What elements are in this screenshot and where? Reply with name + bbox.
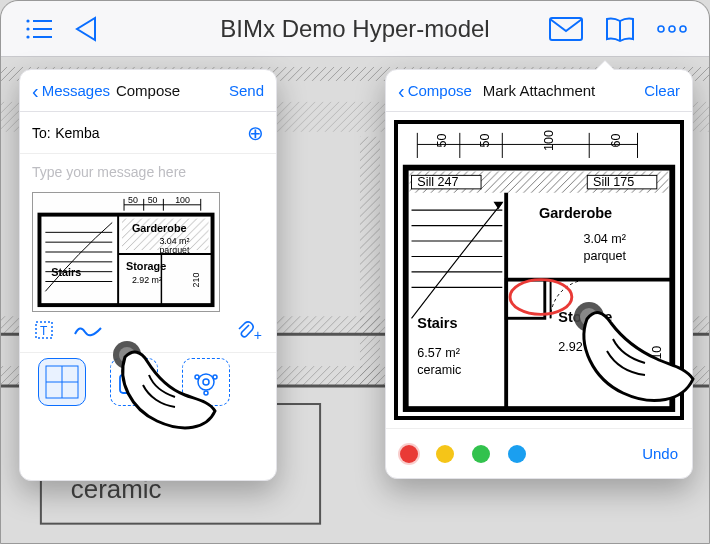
compose-back-label: Messages <box>42 82 110 99</box>
svg-rect-54 <box>129 371 139 376</box>
svg-text:210: 210 <box>191 273 201 288</box>
compose-toolbar: T + <box>20 312 276 352</box>
to-field: To: Kemba <box>32 124 100 142</box>
svg-text:Storage: Storage <box>126 260 166 272</box>
svg-text:50: 50 <box>478 134 492 148</box>
compose-header: ‹ Messages Compose Send <box>20 70 276 112</box>
markup-footer: Undo <box>386 428 692 478</box>
markup-back-label: Compose <box>408 82 472 99</box>
markup-canvas[interactable]: 50 50 100 60 Sill 247 Sill 175 <box>394 120 684 420</box>
topbar: BIMx Demo Hyper-model <box>1 1 709 57</box>
scribble-tool-icon[interactable] <box>74 322 102 342</box>
svg-text:parquet: parquet <box>583 249 626 263</box>
svg-point-98 <box>510 280 572 315</box>
svg-point-57 <box>195 375 199 379</box>
svg-point-58 <box>213 375 217 379</box>
svg-text:Garderobe: Garderobe <box>539 205 612 221</box>
color-green[interactable] <box>472 445 490 463</box>
undo-button[interactable]: Undo <box>642 445 678 462</box>
svg-point-59 <box>204 391 208 395</box>
svg-rect-52 <box>120 375 148 393</box>
markup-popover: ‹ Compose Mark Attachment Clear 50 50 10… <box>385 69 693 479</box>
svg-text:100: 100 <box>175 195 190 205</box>
attachment-row <box>20 352 276 418</box>
attach-icon[interactable]: + <box>236 320 262 344</box>
svg-text:Sill 247: Sill 247 <box>417 175 458 189</box>
chevron-left-icon: ‹ <box>32 81 39 101</box>
attachment-tile-plan[interactable] <box>38 358 86 406</box>
svg-text:parquet: parquet <box>159 245 190 255</box>
svg-text:Storage: Storage <box>558 309 612 325</box>
svg-text:2.92 m²: 2.92 m² <box>558 340 601 354</box>
svg-point-55 <box>203 379 209 385</box>
svg-text:6.57 m²: 6.57 m² <box>417 346 460 360</box>
markup-back-button[interactable]: ‹ Compose <box>398 81 472 101</box>
svg-text:210: 210 <box>650 346 664 367</box>
color-yellow[interactable] <box>436 445 454 463</box>
attachment-tile-model[interactable] <box>182 358 230 406</box>
message-input[interactable]: Type your message here <box>20 154 276 184</box>
svg-text:100: 100 <box>542 130 556 151</box>
svg-marker-87 <box>495 202 503 208</box>
svg-text:Stairs: Stairs <box>417 315 457 331</box>
compose-back-button[interactable]: ‹ Messages <box>32 81 110 101</box>
svg-text:50: 50 <box>435 134 449 148</box>
svg-text:Stairs: Stairs <box>51 266 81 278</box>
to-name: Kemba <box>55 125 99 141</box>
compose-popover: ‹ Messages Compose Send To: Kemba ⊕ Type… <box>19 69 277 481</box>
text-tool-icon[interactable]: T <box>34 320 54 344</box>
svg-point-56 <box>198 374 214 390</box>
svg-point-53 <box>129 379 139 389</box>
svg-text:T: T <box>40 324 48 338</box>
page-title: BIMx Demo Hyper-model <box>1 15 709 43</box>
clear-button[interactable]: Clear <box>644 82 680 99</box>
svg-rect-17 <box>360 137 380 386</box>
svg-text:2.92 m²: 2.92 m² <box>132 275 162 285</box>
attachment-thumbnail[interactable]: 50 50 100 Garderobe 3.04 m² parquet Stai… <box>32 192 220 312</box>
to-prefix: To: <box>32 125 51 141</box>
svg-text:50: 50 <box>128 195 138 205</box>
markup-header: ‹ Compose Mark Attachment Clear <box>386 70 692 112</box>
attachment-tile-camera[interactable] <box>110 358 158 406</box>
svg-text:50: 50 <box>148 195 158 205</box>
color-blue[interactable] <box>508 445 526 463</box>
svg-text:Sill 175: Sill 175 <box>593 175 634 189</box>
to-row: To: Kemba ⊕ <box>20 112 276 154</box>
send-button[interactable]: Send <box>229 82 264 99</box>
chevron-left-icon: ‹ <box>398 81 405 101</box>
svg-text:ceramic: ceramic <box>417 363 461 377</box>
color-red[interactable] <box>400 445 418 463</box>
add-recipient-icon[interactable]: ⊕ <box>247 121 264 145</box>
svg-text:3.04 m²: 3.04 m² <box>583 232 626 246</box>
svg-text:60: 60 <box>609 134 623 148</box>
svg-text:Garderobe: Garderobe <box>132 222 187 234</box>
